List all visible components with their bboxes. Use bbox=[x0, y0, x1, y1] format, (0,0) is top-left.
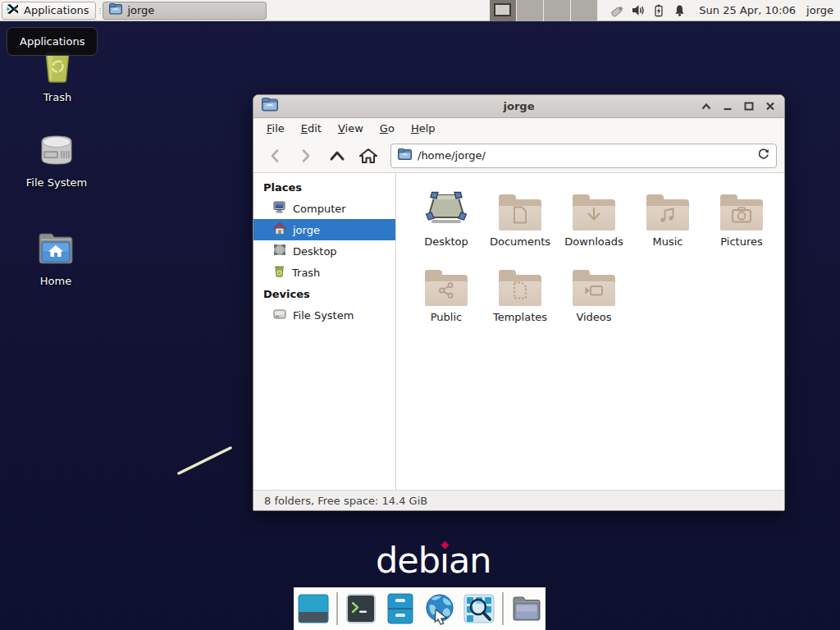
public-folder-icon bbox=[425, 270, 468, 306]
pictures-folder-icon bbox=[720, 194, 763, 231]
back-button[interactable] bbox=[261, 144, 289, 168]
desktop-icon-label: Home bbox=[40, 275, 71, 287]
dock-folder-icon[interactable] bbox=[510, 592, 543, 625]
file-label: Desktop bbox=[424, 235, 468, 248]
window-folder-icon bbox=[262, 98, 278, 115]
desktop-icon-file-system[interactable]: File System bbox=[14, 131, 99, 189]
sidebar-item-label: Desktop bbox=[293, 245, 337, 258]
file-item-templates[interactable]: Templates bbox=[483, 258, 557, 334]
minimize-window-button[interactable] bbox=[721, 100, 733, 112]
menu-file[interactable]: File bbox=[258, 120, 293, 137]
trash-small-icon bbox=[273, 265, 285, 280]
videos-folder-icon bbox=[573, 270, 615, 306]
home-icon bbox=[273, 222, 286, 237]
sidebar-item-file-system[interactable]: File System bbox=[253, 304, 395, 326]
desktop-folder-icon bbox=[424, 189, 468, 231]
home-button[interactable] bbox=[354, 144, 382, 168]
sidebar-item-computer[interactable]: Computer bbox=[253, 198, 395, 219]
show-desktop-icon[interactable] bbox=[297, 592, 330, 625]
file-item-public[interactable]: Public bbox=[409, 258, 483, 334]
file-item-downloads[interactable]: Downloads bbox=[557, 183, 631, 258]
file-manager-icon[interactable] bbox=[384, 592, 417, 625]
file-item-documents[interactable]: Documents bbox=[483, 183, 557, 258]
terminal-icon[interactable] bbox=[345, 592, 377, 625]
location-bar[interactable]: /home/jorge/ bbox=[390, 144, 777, 168]
music-folder-icon bbox=[646, 194, 689, 231]
shade-window-button[interactable] bbox=[700, 100, 712, 112]
file-item-pictures[interactable]: Pictures bbox=[705, 183, 778, 258]
file-label: Public bbox=[431, 311, 462, 323]
devices-header: Devices bbox=[253, 283, 395, 304]
places-header: Places bbox=[253, 176, 395, 198]
bottom-dock bbox=[294, 587, 546, 630]
sidebar-item-label: File System bbox=[293, 309, 354, 322]
desktop-place-icon bbox=[273, 244, 286, 258]
file-item-music[interactable]: Music bbox=[631, 183, 705, 258]
file-label: Downloads bbox=[564, 235, 623, 248]
up-button[interactable] bbox=[323, 144, 351, 168]
templates-folder-icon bbox=[499, 270, 541, 306]
documents-folder-icon bbox=[499, 194, 541, 231]
file-grid: Desktop Documents bbox=[396, 173, 784, 490]
sidebar-item-trash[interactable]: Trash bbox=[253, 262, 395, 283]
file-label: Templates bbox=[493, 311, 547, 323]
toolbar: /home/jorge/ bbox=[253, 139, 784, 173]
close-window-button[interactable] bbox=[764, 100, 776, 112]
desktop-icon-label: File System bbox=[26, 176, 87, 189]
status-text: 8 folders, Free space: 14.4 GiB bbox=[264, 495, 427, 507]
computer-icon bbox=[273, 201, 286, 216]
file-label: Music bbox=[653, 235, 683, 248]
menu-help[interactable]: Help bbox=[403, 120, 444, 137]
sidebar: Places Computer bbox=[253, 173, 396, 490]
desktop-icon-home[interactable]: Home bbox=[13, 230, 98, 287]
sidebar-item-jorge[interactable]: jorge bbox=[253, 219, 395, 240]
sidebar-item-label: jorge bbox=[293, 224, 320, 236]
file-label: Videos bbox=[576, 311, 611, 323]
maximize-window-button[interactable] bbox=[742, 100, 755, 112]
file-item-desktop[interactable]: Desktop bbox=[409, 183, 483, 258]
window-titlebar[interactable]: jorge bbox=[253, 95, 784, 118]
applications-tooltip: Applications bbox=[7, 27, 98, 56]
downloads-folder-icon bbox=[573, 194, 615, 231]
file-item-videos[interactable]: Videos bbox=[557, 258, 631, 334]
web-browser-icon[interactable] bbox=[423, 592, 456, 625]
file-label: Documents bbox=[490, 235, 550, 248]
forward-button[interactable] bbox=[292, 144, 320, 168]
file-label: Pictures bbox=[720, 235, 762, 248]
menu-bar: File Edit View Go Help bbox=[253, 118, 784, 139]
app-finder-icon[interactable] bbox=[463, 592, 495, 625]
menu-view[interactable]: View bbox=[330, 120, 372, 137]
path-text[interactable]: /home/jorge/ bbox=[418, 149, 751, 162]
drive-icon bbox=[273, 308, 286, 322]
sidebar-item-label: Trash bbox=[292, 267, 320, 279]
dock-separator bbox=[502, 592, 504, 625]
menu-go[interactable]: Go bbox=[372, 120, 403, 137]
sidebar-item-label: Computer bbox=[293, 203, 346, 215]
file-manager-window: jorge File Edit View Go Help bbox=[253, 94, 785, 511]
desktop-icon-label: Trash bbox=[43, 91, 71, 103]
reload-icon[interactable] bbox=[757, 148, 769, 163]
menu-edit[interactable]: Edit bbox=[293, 120, 330, 137]
dock-separator bbox=[336, 592, 338, 625]
home-folder-icon bbox=[35, 230, 76, 271]
path-folder-icon bbox=[398, 148, 412, 163]
sidebar-item-desktop[interactable]: Desktop bbox=[253, 240, 395, 262]
hard-drive-icon bbox=[37, 131, 76, 172]
status-bar: 8 folders, Free space: 14.4 GiB bbox=[253, 490, 784, 510]
